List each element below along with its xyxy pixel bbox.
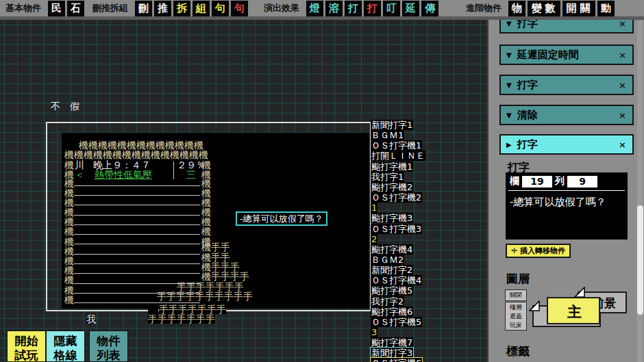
- art-blind-line: [74, 293, 200, 294]
- tool-button-民[interactable]: 民: [48, 1, 65, 16]
- object-list-item[interactable]: 3: [371, 327, 377, 337]
- column-label: 欄: [510, 175, 519, 188]
- art-blind-line: [74, 263, 200, 264]
- art-blind-line: [74, 215, 200, 216]
- object-list-item[interactable]: 颱打字機2: [371, 182, 413, 192]
- player-character[interactable]: 我: [86, 314, 96, 324]
- tool-button-句[interactable]: 句: [212, 1, 229, 16]
- tool-button-推[interactable]: 推: [154, 1, 171, 16]
- layer-cover-player-button[interactable]: 樓層 遮蓋 玩家: [505, 302, 527, 331]
- row-input[interactable]: 9: [567, 176, 597, 188]
- art-row: 機: [64, 246, 74, 256]
- chevron-down-icon[interactable]: ▼: [506, 112, 512, 119]
- layer-close-button[interactable]: 關閉: [505, 289, 527, 301]
- panel-label: 延遲固定時間: [517, 49, 579, 62]
- art-blind-line: [74, 244, 200, 244]
- object-list-item[interactable]: ＢＧＭ2: [371, 255, 404, 265]
- object-list-item[interactable]: 颱打字機4: [371, 244, 413, 255]
- art-row: 機: [64, 256, 74, 266]
- hide-grid-button[interactable]: 隱藏 格線: [46, 331, 85, 362]
- tool-button-打[interactable]: 打: [345, 1, 362, 16]
- close-icon[interactable]: ×: [619, 140, 626, 150]
- start-playtest-button[interactable]: 開始 試玩: [7, 331, 46, 362]
- tool-button-石[interactable]: 石: [67, 1, 84, 16]
- typing-message-box[interactable]: -總算可以放假了嗎？: [236, 211, 327, 226]
- art-blind-line: [74, 195, 200, 196]
- tool-button-變數[interactable]: 變數: [528, 1, 560, 16]
- event-panel-延遲固定時間[interactable]: ▼延遲固定時間×: [499, 44, 634, 65]
- tool-button-延[interactable]: 延: [402, 1, 419, 16]
- object-list-item[interactable]: ＢＧＭ1: [371, 130, 404, 140]
- sidebar-scrollbar-thumb[interactable]: [637, 205, 643, 315]
- art-row: 機: [201, 188, 211, 198]
- object-list-button[interactable]: 物件 列表: [89, 331, 128, 362]
- object-list-item[interactable]: 颱打字機6: [371, 307, 413, 317]
- object-list-item[interactable]: 打開ＬＩＮＥ: [371, 151, 425, 161]
- art-row: 機手手手: [201, 262, 240, 272]
- event-panel-打字[interactable]: ▼打字×: [499, 75, 634, 95]
- art-row: 機: [64, 188, 74, 198]
- layer-card-main[interactable]: 主: [547, 297, 600, 324]
- art-blind-line: [74, 283, 200, 284]
- art-row: 機: [201, 217, 211, 227]
- event-panel-清除[interactable]: ▼清除×: [499, 105, 634, 125]
- art-row: 熱帶性低氣壓: [95, 170, 152, 179]
- object-list-item[interactable]: 颱打字機7: [371, 337, 413, 348]
- object-list-item[interactable]: ＯＳ打字機3: [371, 224, 422, 234]
- chevron-down-icon[interactable]: ▼: [506, 51, 512, 59]
- chevron-down-icon[interactable]: ▼: [506, 81, 512, 89]
- art-row: 晚上９：４７: [93, 160, 151, 170]
- object-list-item[interactable]: 我打字2: [371, 296, 404, 307]
- column-input[interactable]: 19: [522, 176, 552, 188]
- object-list-item[interactable]: ＯＳ打字機5: [371, 317, 422, 327]
- art-row: 機手手手手: [201, 272, 249, 281]
- cursor-cell[interactable]: [148, 305, 158, 315]
- tool-button-物[interactable]: 物: [508, 1, 525, 16]
- tool-button-叮[interactable]: 叮: [383, 1, 400, 16]
- tool-button-拆[interactable]: 拆: [173, 1, 190, 16]
- toolbar-group-label: 基本物件: [5, 2, 41, 14]
- event-panel-打字[interactable]: ▶打字×: [499, 134, 634, 155]
- art-row: 機: [64, 237, 74, 246]
- object-list-item[interactable]: 颱打字機3: [371, 213, 413, 223]
- toolbar-group-1: 刪推拆組刪推拆組句句: [92, 0, 250, 16]
- object-list-item[interactable]: 1: [371, 203, 377, 213]
- tool-button-傳[interactable]: 傳: [421, 1, 438, 16]
- typing-text-value[interactable]: -總算可以放假了嗎？: [510, 196, 623, 209]
- object-list-item[interactable]: 颱打字機1: [371, 161, 413, 172]
- art-row: 機: [64, 295, 74, 305]
- insert-transfer-object-button[interactable]: ✛ 插入轉移物件: [506, 244, 571, 258]
- art-row: 機機機機機機機機機機機機機機機: [64, 150, 208, 159]
- chevron-down-icon[interactable]: ▼: [506, 20, 512, 27]
- tool-button-開關[interactable]: 開關: [562, 1, 595, 16]
- art-row: 三: [186, 170, 196, 179]
- editor-canvas[interactable]: 不 假 機機機機機機機機機機機機機機機機機機機機機機機機機機機機機川晚上９：４７…: [0, 19, 486, 362]
- canvas-floating-text: 不 假: [51, 101, 79, 111]
- close-icon[interactable]: ×: [619, 80, 626, 90]
- object-list-item[interactable]: ＯＳ打字機4: [371, 275, 422, 285]
- toolbar-group-label: 演出效果: [264, 2, 299, 14]
- object-list-item[interactable]: 我打字1: [371, 172, 404, 182]
- toolbar-group-label: 刪推拆組: [92, 2, 128, 14]
- tool-button-溶[interactable]: 溶: [325, 1, 343, 16]
- object-list-item[interactable]: ＯＳ打字機1: [371, 140, 422, 151]
- object-list-item[interactable]: 2: [371, 234, 377, 244]
- tool-button-句[interactable]: 句: [231, 1, 248, 16]
- object-list-item[interactable]: 新聞打字2: [371, 265, 413, 275]
- object-list-item[interactable]: 新聞打字3: [371, 348, 413, 358]
- object-list-item[interactable]: ＯＳ打字機2: [371, 192, 422, 203]
- chevron-right-icon[interactable]: ▶: [506, 141, 512, 148]
- tool-button-刪[interactable]: 刪: [135, 1, 152, 16]
- object-list-item[interactable]: 颱打字機5: [371, 285, 413, 296]
- art-blind-line: [74, 254, 200, 255]
- art-row: 機: [64, 275, 74, 285]
- tool-button-燈[interactable]: 燈: [306, 1, 323, 16]
- tool-button-動[interactable]: 動: [597, 1, 615, 16]
- tool-button-打[interactable]: 打: [364, 1, 381, 16]
- object-list-item[interactable]: 新聞打字1: [371, 120, 413, 130]
- close-icon[interactable]: ×: [619, 110, 626, 120]
- close-icon[interactable]: ×: [619, 50, 626, 60]
- art-row: 機: [201, 179, 211, 188]
- tool-button-組[interactable]: 組: [193, 1, 210, 16]
- object-list-item[interactable]: ＯＳ打字機6: [371, 358, 422, 362]
